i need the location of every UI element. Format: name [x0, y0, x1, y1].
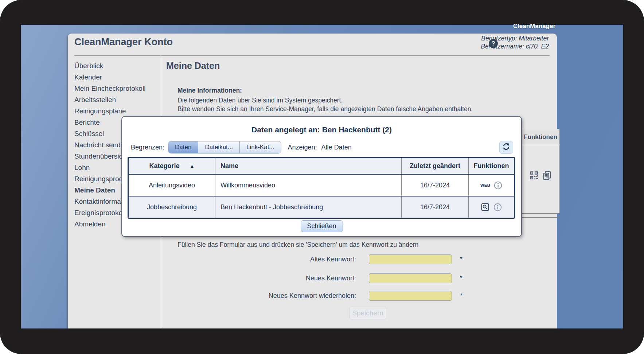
form-row-new-password: Neues Kennwort: *: [251, 272, 477, 284]
info-icon[interactable]: [493, 203, 502, 211]
old-password-input[interactable]: [369, 254, 452, 264]
cell-kategorie: Anleitungsvideo: [129, 175, 215, 196]
sidebar-item-eincheckprotokoll[interactable]: Mein Eincheckprotokoll: [74, 83, 160, 94]
column-header-kategorie[interactable]: Kategorie ▲: [129, 158, 215, 174]
limit-label: Begrenzen:: [131, 144, 164, 151]
sidebar-item-arbeitsstellen[interactable]: Arbeitsstellen: [74, 94, 160, 105]
user-info: Benutzertyp: Mitarbeiter Benutzername: c…: [481, 34, 549, 50]
required-asterisk: *: [460, 256, 462, 263]
required-asterisk: *: [460, 292, 462, 299]
column-header-zuletzt-geaendert[interactable]: Zuletzt geändert: [402, 158, 469, 174]
form-row-repeat-password: Neues Kennwort wiederholen: *: [251, 290, 477, 302]
cell-name: Ben Hackenbutt - Jobbeschreibung: [215, 197, 402, 218]
save-button[interactable]: Speichern: [349, 307, 386, 319]
refresh-icon: [502, 143, 510, 152]
column-header-name[interactable]: Name: [215, 158, 402, 174]
cell-zuletzt-geaendert: 16/7-2024: [402, 197, 469, 218]
tab-link-kategorien[interactable]: Link-Kat...: [240, 141, 281, 153]
sidebar-item-kalender[interactable]: Kalender: [74, 71, 160, 83]
brand-logo-text: CleanManager: [513, 23, 555, 30]
table-header-row: Kategorie ▲ Name Zuletzt geändert Funkti…: [129, 158, 514, 175]
web-link-button[interactable]: WEB: [480, 183, 490, 187]
sidebar-item-reinigungsplaene[interactable]: Reinigungspläne: [74, 105, 160, 117]
show-label: Anzeigen:: [288, 144, 317, 151]
tab-daten[interactable]: Daten: [168, 141, 198, 153]
info-line-1: Die folgenden Daten über Sie sind im Sys…: [177, 97, 343, 104]
section-heading: Meine Daten: [166, 61, 220, 71]
qr-code-icon[interactable]: [529, 171, 539, 180]
user-name: Benutzername: cl70_E2: [481, 42, 549, 50]
page-title: CleanManager Konto: [74, 36, 173, 48]
dialog-controls: Begrenzen: Daten Dateikat... Link-Kat...…: [131, 141, 513, 154]
sort-ascending-icon[interactable]: ▲: [190, 163, 195, 169]
info-line-2: Bitte wenden Sie sich an Ihren Service-M…: [177, 105, 473, 113]
tab-dateikategorien[interactable]: Dateikat...: [198, 141, 240, 153]
title-divider: [74, 55, 550, 56]
dialog-title: Daten angelegt an: Ben Hackenbutt (2): [122, 125, 521, 134]
preview-document-icon[interactable]: [481, 203, 489, 211]
limit-tab-group: Daten Dateikat... Link-Kat...: [168, 141, 281, 153]
data-table: Kategorie ▲ Name Zuletzt geändert Funkti…: [128, 157, 515, 219]
repeat-password-label: Neues Kennwort wiederholen:: [251, 292, 356, 300]
form-row-old-password: Altes Kennwort: *: [251, 253, 477, 265]
refresh-button[interactable]: [499, 141, 513, 154]
copy-documents-icon[interactable]: [542, 171, 552, 181]
cell-kategorie: Jobbeschreibung: [129, 197, 215, 218]
new-password-input[interactable]: [369, 273, 452, 283]
show-filter-value[interactable]: Alle Daten: [321, 144, 352, 151]
sidebar-item-ueberblick[interactable]: Überblick: [74, 60, 160, 71]
background-table-bottom-border: [521, 217, 560, 218]
data-dialog: Daten angelegt an: Ben Hackenbutt (2) Be…: [121, 116, 522, 237]
background-table-funktionen-cell: [521, 145, 560, 214]
table-row: Jobbeschreibung Ben Hackenbutt - Jobbesc…: [129, 197, 514, 218]
required-asterisk: *: [460, 275, 462, 282]
info-heading: Meine Informationen:: [177, 87, 242, 94]
cell-funktionen: WEB: [469, 175, 514, 196]
new-password-label: Neues Kennwort:: [251, 275, 356, 282]
screenshot-stage: CleanManager CleanManager Konto ? Benutz…: [0, 0, 644, 354]
user-type: Benutzertyp: Mitarbeiter: [481, 34, 549, 42]
cell-funktionen: [469, 197, 514, 218]
cell-zuletzt-geaendert: 16/7-2024: [402, 175, 469, 196]
table-row: Anleitungsvideo Willkommensvideo 16/7-20…: [129, 175, 514, 197]
cell-name: Willkommensvideo: [215, 175, 402, 196]
old-password-label: Altes Kennwort:: [251, 256, 356, 263]
background-table-funktionen-header: Funktionen: [521, 129, 560, 145]
info-icon[interactable]: [494, 181, 502, 190]
column-header-funktionen: Funktionen: [469, 158, 514, 174]
password-form-instruction: Füllen Sie das Formular aus und drücken …: [177, 241, 418, 249]
repeat-password-input[interactable]: [369, 291, 452, 301]
close-button[interactable]: Schließen: [300, 220, 343, 232]
